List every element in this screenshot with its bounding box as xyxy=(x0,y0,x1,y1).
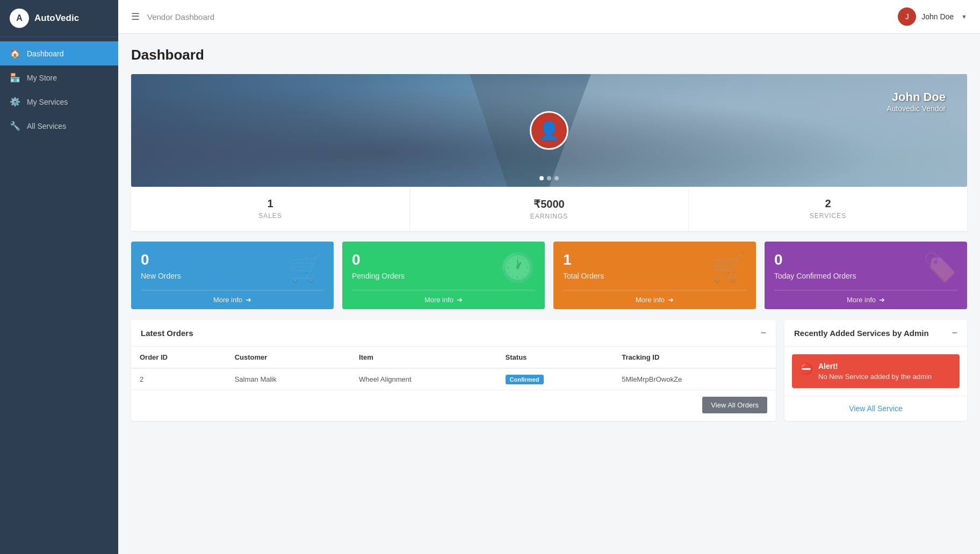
col-item: Item xyxy=(350,347,496,368)
confirmed-orders-more-info: More info xyxy=(847,296,876,304)
sidebar-item-label: Dashboard xyxy=(27,49,64,58)
table-header-row: Order ID Customer Item Status Tracking I… xyxy=(131,347,776,368)
total-orders-arrow: ➜ xyxy=(668,296,674,304)
hamburger-menu[interactable]: ☰ xyxy=(131,11,140,23)
card-new-orders: 0 New Orders 🛒 More info ➜ xyxy=(131,242,334,309)
alert-title: Alert! xyxy=(818,362,932,370)
sidebar-item-label: All Services xyxy=(27,122,66,130)
user-avatar: J xyxy=(898,8,916,26)
stat-services: 2 SERVICES xyxy=(689,187,967,231)
hero-avatar-circle: 👤 xyxy=(530,111,568,150)
card-confirmed-orders: 0 Today Confirmed Orders 🏷️ More info ➜ xyxy=(765,242,967,309)
services-panel: Recently Added Services by Admin − ⛔ Ale… xyxy=(784,320,967,421)
stat-earnings: ₹5000 EARNINGS xyxy=(410,187,689,231)
sidebar-nav: 🏠 Dashboard 🏪 My Store ⚙️ My Services 🔧 … xyxy=(0,37,118,138)
hero-banner: 👤 John Doe Autovedic Vendor xyxy=(131,74,967,187)
view-all-service-link[interactable]: View All Service xyxy=(849,404,902,413)
col-status: Status xyxy=(497,347,614,368)
pending-orders-more-info: More info xyxy=(424,296,453,304)
cell-item: Wheel Alignment xyxy=(350,368,496,390)
sidebar-item-label: My Services xyxy=(27,98,68,106)
hero-avatar: 👤 xyxy=(530,111,568,150)
stats-row: 1 SALES ₹5000 EARNINGS 2 SERVICES xyxy=(131,187,967,231)
alert-icon: ⛔ xyxy=(799,362,813,375)
status-badge: Confirmed xyxy=(506,375,544,384)
dashboard-icon: 🏠 xyxy=(10,48,20,59)
stat-sales-value: 1 xyxy=(142,198,399,210)
stat-sales-label: SALES xyxy=(142,212,399,220)
sidebar-item-my-services[interactable]: ⚙️ My Services xyxy=(0,90,118,114)
bottom-row: Latest Orders − Order ID Customer Item S… xyxy=(131,320,967,421)
topbar-right: J John Doe ▼ xyxy=(898,8,967,26)
cell-order-id: 2 xyxy=(131,368,226,390)
user-dropdown-caret[interactable]: ▼ xyxy=(961,13,967,20)
alert-text: No New Service added by the admin xyxy=(818,373,932,381)
sidebar-item-dashboard[interactable]: 🏠 Dashboard xyxy=(0,41,118,65)
services-icon: ⚙️ xyxy=(10,97,20,107)
new-orders-footer[interactable]: More info ➜ xyxy=(141,290,324,309)
sidebar: A AutoVedic 🏠 Dashboard 🏪 My Store ⚙️ My… xyxy=(0,0,118,554)
hero-user-info: John Doe Autovedic Vendor xyxy=(887,90,946,113)
services-alert-box: ⛔ Alert! No New Service added by the adm… xyxy=(792,354,960,388)
card-total-orders: 1 Total Orders 🛒 More info ➜ xyxy=(553,242,756,309)
services-panel-header: Recently Added Services by Admin − xyxy=(784,320,967,347)
cell-customer: Salman Malik xyxy=(226,368,350,390)
table-row: 2 Salman Malik Wheel Alignment Confirmed… xyxy=(131,368,776,390)
total-orders-footer[interactable]: More info ➜ xyxy=(563,290,746,309)
stat-earnings-label: EARNINGS xyxy=(421,213,678,220)
cell-tracking: 5MleMrpBrOwokZe xyxy=(613,368,776,390)
topbar: ☰ Vendor Dashboard J John Doe ▼ xyxy=(118,0,980,34)
col-customer: Customer xyxy=(226,347,350,368)
stat-earnings-value: ₹5000 xyxy=(421,198,678,210)
new-orders-arrow: ➜ xyxy=(246,296,251,304)
total-orders-icon: 🛒 xyxy=(711,251,746,284)
latest-orders-panel: Latest Orders − Order ID Customer Item S… xyxy=(131,320,776,421)
hero-dot-3[interactable] xyxy=(554,176,559,180)
topbar-title: Vendor Dashboard xyxy=(147,12,214,21)
services-footer: View All Service xyxy=(784,396,967,421)
main-content: ☰ Vendor Dashboard J John Doe ▼ Dashboar… xyxy=(118,0,980,554)
minimize-icon[interactable]: − xyxy=(760,327,766,339)
alert-content: Alert! No New Service added by the admin xyxy=(818,362,932,381)
sidebar-logo: A AutoVedic xyxy=(0,0,118,37)
wrench-icon: 🔧 xyxy=(10,121,20,131)
sidebar-item-label: My Store xyxy=(27,74,57,82)
new-orders-more-info: More info xyxy=(213,296,242,304)
col-tracking: Tracking ID xyxy=(613,347,776,368)
topbar-left: ☰ Vendor Dashboard xyxy=(131,11,214,23)
hero-user-role: Autovedic Vendor xyxy=(887,104,946,113)
hero-user-name: John Doe xyxy=(887,90,946,104)
stat-services-value: 2 xyxy=(700,198,956,210)
user-name: John Doe xyxy=(921,12,954,21)
app-name: AutoVedic xyxy=(34,13,79,24)
sidebar-item-all-services[interactable]: 🔧 All Services xyxy=(0,114,118,138)
hero-carousel-dots xyxy=(539,176,559,180)
services-minimize-icon[interactable]: − xyxy=(952,327,957,339)
card-pending-orders: 0 Pending Orders 🕐 More info ➜ xyxy=(342,242,545,309)
services-panel-title: Recently Added Services by Admin xyxy=(794,329,929,338)
confirmed-orders-icon: 🏷️ xyxy=(923,251,957,284)
order-cards: 0 New Orders 🛒 More info ➜ 0 Pending Ord… xyxy=(131,242,967,309)
latest-orders-header: Latest Orders − xyxy=(131,320,776,347)
pending-orders-footer[interactable]: More info ➜ xyxy=(352,290,535,309)
dashboard-content: Dashboard 👤 John Doe Autovedic Vendor 1 xyxy=(118,34,980,554)
col-order-id: Order ID xyxy=(131,347,226,368)
pending-orders-arrow: ➜ xyxy=(457,296,463,304)
stat-services-label: SERVICES xyxy=(700,212,956,220)
new-orders-icon: 🛒 xyxy=(289,251,324,284)
cell-status: Confirmed xyxy=(497,368,614,390)
store-icon: 🏪 xyxy=(10,72,20,83)
hero-dot-1[interactable] xyxy=(539,176,544,180)
hero-dot-2[interactable] xyxy=(547,176,551,180)
logo-icon: A xyxy=(10,9,29,28)
view-all-orders-button[interactable]: View All Orders xyxy=(702,397,767,413)
total-orders-more-info: More info xyxy=(636,296,665,304)
orders-table: Order ID Customer Item Status Tracking I… xyxy=(131,347,776,390)
page-title: Dashboard xyxy=(131,47,967,63)
sidebar-item-my-store[interactable]: 🏪 My Store xyxy=(0,65,118,90)
orders-footer: View All Orders xyxy=(131,390,776,420)
stat-sales: 1 SALES xyxy=(131,187,410,231)
confirmed-orders-footer[interactable]: More info ➜ xyxy=(774,290,957,309)
confirmed-orders-arrow: ➜ xyxy=(879,296,885,304)
latest-orders-title: Latest Orders xyxy=(141,329,193,338)
